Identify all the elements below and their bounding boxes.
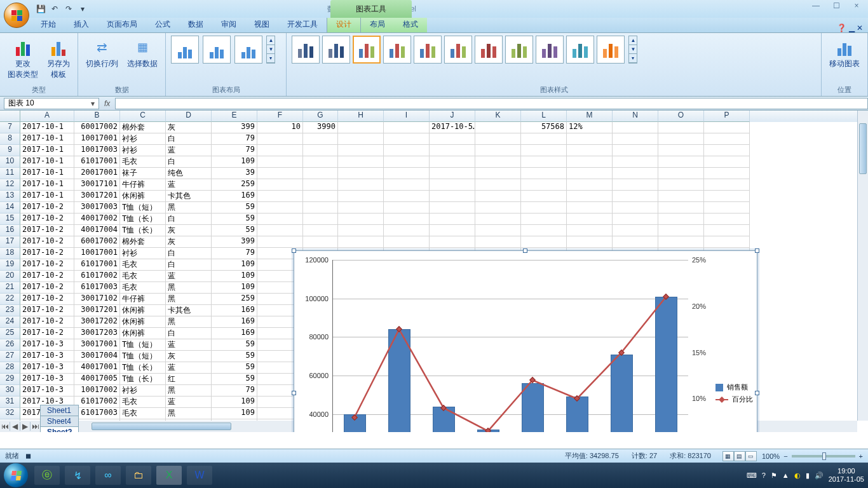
cell[interactable]	[613, 236, 658, 248]
cell[interactable]: T恤（长）	[120, 374, 166, 385]
cell[interactable]	[384, 202, 430, 214]
spreadsheet-grid[interactable]: ABCDEFGHIJKLMNOP 72017-10-160017002棉外套灰3…	[0, 111, 868, 432]
close-button[interactable]: ×	[849, 1, 864, 10]
chart-style-thumb[interactable]	[566, 36, 594, 64]
sheet-tab[interactable]: Sheet1	[40, 405, 79, 416]
cell[interactable]	[704, 214, 750, 225]
cell[interactable]	[303, 179, 338, 191]
cell[interactable]	[613, 191, 658, 202]
cell[interactable]	[704, 191, 750, 202]
cell[interactable]: 169	[212, 305, 257, 316]
tray-keyboard-icon[interactable]: ⌨	[747, 471, 757, 480]
row-header[interactable]: 20	[0, 271, 20, 282]
sheet-nav-buttons[interactable]: ⏮◀▶⏭	[0, 422, 41, 431]
cell[interactable]: 2017-10-2	[20, 259, 74, 271]
office-button[interactable]	[4, 3, 29, 28]
column-header[interactable]: D	[166, 111, 212, 122]
cell[interactable]	[384, 145, 430, 156]
cell[interactable]	[613, 214, 658, 225]
cell[interactable]	[704, 122, 750, 133]
row-header[interactable]: 14	[0, 202, 20, 214]
cell[interactable]: 10017003	[74, 145, 120, 156]
chart-style-thumb[interactable]	[414, 36, 442, 64]
cell[interactable]: 79	[212, 385, 257, 396]
cell[interactable]: 休闲裤	[120, 316, 166, 328]
row-header[interactable]: 12	[0, 179, 20, 191]
column-header[interactable]: N	[613, 111, 658, 122]
move-chart-button[interactable]: 移动图表	[827, 36, 862, 71]
cell[interactable]	[613, 133, 658, 145]
cell[interactable]: 2017-10-2	[20, 316, 74, 328]
chart-style-thumb[interactable]	[292, 36, 320, 64]
cell[interactable]	[384, 179, 430, 191]
cell[interactable]: 79	[212, 133, 257, 145]
cell[interactable]	[475, 145, 521, 156]
ribbon-tab-10[interactable]: 格式	[394, 17, 427, 32]
cell[interactable]	[430, 214, 475, 225]
cell[interactable]: 61017002	[74, 396, 120, 408]
cell[interactable]	[658, 225, 704, 236]
taskbar-ie-icon[interactable]: ⓔ	[34, 466, 60, 485]
chart-style-thumb[interactable]	[383, 36, 411, 64]
row-header[interactable]: 31	[0, 396, 20, 408]
cell[interactable]	[303, 202, 338, 214]
cell[interactable]	[384, 168, 430, 179]
cell[interactable]: 109	[212, 282, 257, 294]
cell[interactable]: T恤（长）	[120, 225, 166, 236]
row-header[interactable]: 18	[0, 248, 20, 259]
cell[interactable]	[430, 156, 475, 168]
maximize-button[interactable]: ☐	[829, 1, 844, 10]
system-tray[interactable]: ⌨ ? ⚑ ▲ ◐ ▮ 🔊 19:002017-11-05	[747, 467, 864, 484]
cell[interactable]	[338, 191, 384, 202]
cell[interactable]: 休闲裤	[120, 328, 166, 339]
cell[interactable]: 20017001	[74, 168, 120, 179]
cell[interactable]	[257, 179, 303, 191]
save-as-template-button[interactable]: 另存为 模板	[44, 36, 72, 81]
chart-style-thumb[interactable]	[597, 36, 625, 64]
cell[interactable]	[257, 236, 303, 248]
ribbon-tab-9[interactable]: 布局	[361, 17, 394, 32]
cell[interactable]: 蓝	[166, 179, 212, 191]
tray-help-icon[interactable]: ?	[762, 471, 766, 479]
cell[interactable]: 259	[212, 179, 257, 191]
cell[interactable]: 60017002	[74, 122, 120, 133]
row-header[interactable]: 26	[0, 339, 20, 351]
minimize-button[interactable]: —	[808, 1, 824, 10]
cell[interactable]: 2017-10-2	[20, 294, 74, 305]
cell[interactable]	[303, 236, 338, 248]
row-header[interactable]: 10	[0, 156, 20, 168]
cell[interactable]: 休闲裤	[120, 305, 166, 316]
cell[interactable]: 卡其色	[166, 305, 212, 316]
row-header[interactable]: 22	[0, 294, 20, 305]
cell[interactable]	[613, 168, 658, 179]
row-header[interactable]: 7	[0, 122, 20, 133]
cell[interactable]: 59	[212, 339, 257, 351]
cell[interactable]: 2017-10-3	[20, 374, 74, 385]
name-box[interactable]: 图表 10▾	[4, 98, 99, 109]
cell[interactable]	[475, 122, 521, 133]
cell[interactable]: 10017001	[74, 133, 120, 145]
cell[interactable]: 白	[166, 156, 212, 168]
cell[interactable]	[521, 236, 567, 248]
chart-legend[interactable]: 销售额 百分比	[715, 380, 753, 407]
cell[interactable]	[338, 156, 384, 168]
cell[interactable]: 59	[212, 202, 257, 214]
cell[interactable]	[257, 156, 303, 168]
cell[interactable]: 61017001	[74, 156, 120, 168]
cell[interactable]	[567, 179, 613, 191]
cell[interactable]	[257, 145, 303, 156]
cell[interactable]: 59	[212, 362, 257, 374]
cell[interactable]: 61017003	[74, 408, 120, 419]
column-header[interactable]: F	[257, 111, 303, 122]
column-header[interactable]: B	[74, 111, 120, 122]
cell[interactable]	[430, 191, 475, 202]
cell[interactable]: 61017003	[74, 282, 120, 294]
cell[interactable]: 卡其色	[166, 191, 212, 202]
column-header[interactable]: M	[567, 111, 613, 122]
cell[interactable]	[338, 122, 384, 133]
cell[interactable]: 39	[212, 168, 257, 179]
cell[interactable]	[658, 202, 704, 214]
cell[interactable]	[567, 225, 613, 236]
column-header[interactable]: H	[338, 111, 384, 122]
ribbon-tab-8[interactable]: 设计	[327, 16, 361, 32]
